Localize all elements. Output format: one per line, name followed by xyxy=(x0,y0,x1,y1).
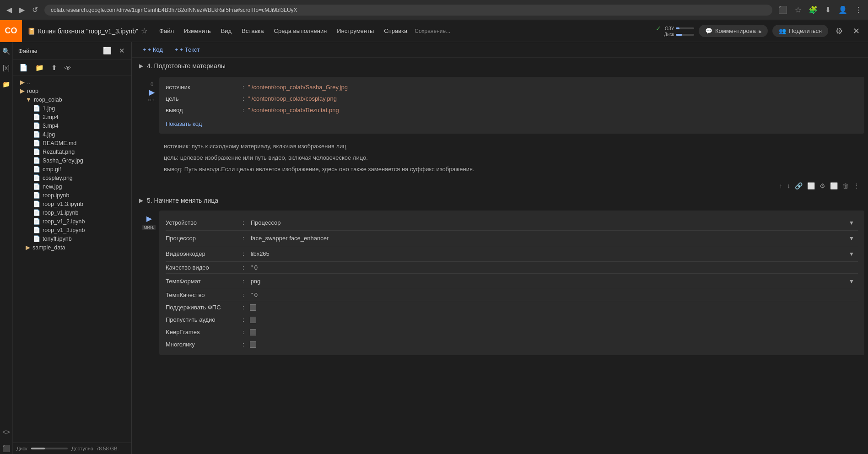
processor-colon: : xyxy=(243,235,244,242)
file-icon: 📄 xyxy=(33,122,40,129)
temp-format-dropdown-icon[interactable]: ▼ xyxy=(849,278,856,285)
back-button[interactable]: ◀ xyxy=(4,4,15,16)
list-item[interactable]: ▶ roop xyxy=(13,86,131,95)
reload-button[interactable]: ↺ xyxy=(29,4,41,16)
terminal-strip-icon[interactable]: ⬛ xyxy=(0,443,12,454)
upload-button[interactable]: ⬆ xyxy=(49,62,60,74)
sidebar-close-button[interactable]: ✕ xyxy=(116,45,128,57)
copy-icon[interactable]: ⬜ xyxy=(806,181,816,190)
many-faces-checkbox[interactable] xyxy=(250,341,256,348)
add-code-button[interactable]: + + Код xyxy=(139,45,167,54)
list-item[interactable]: 📄 README.md xyxy=(13,139,131,147)
new-folder-button[interactable]: 📁 xyxy=(32,62,47,74)
menu-insert[interactable]: Вставка xyxy=(237,25,268,37)
cast-icon[interactable]: ⬛ xyxy=(776,4,790,16)
encoder-value[interactable]: libx265 xyxy=(250,249,849,259)
download-icon[interactable]: ⬇ xyxy=(823,4,833,16)
list-item[interactable]: 📄 Sasha_Grey.jpg xyxy=(13,156,131,165)
list-item[interactable]: 📄 roop_v1.ipynb xyxy=(13,208,131,217)
comment-button[interactable]: 💬 Комментировать xyxy=(699,25,768,37)
extension-icon[interactable]: 🧩 xyxy=(806,4,820,16)
encoder-dropdown-icon[interactable]: ▼ xyxy=(849,251,856,257)
video-quality-value[interactable]: " 0 xyxy=(250,262,259,273)
browser-nav-buttons: ◀ ▶ ↺ xyxy=(4,4,41,16)
list-item[interactable]: 📄 roop_v1_2.ipynb xyxy=(13,217,131,226)
move-down-icon[interactable]: ↓ xyxy=(786,181,791,190)
notebook-area: + + Код + + Текст ▶ 4. Подготовьте матер… xyxy=(132,42,868,454)
file-label: 3.mp4 xyxy=(43,123,59,129)
list-item[interactable]: 📄 cmp.gif xyxy=(13,165,131,173)
disk-label: Диск xyxy=(16,446,27,451)
list-item[interactable]: ▶ sample_data xyxy=(13,243,131,252)
toc-strip-icon[interactable]: [x] xyxy=(1,62,11,73)
link-icon[interactable]: 🔗 xyxy=(794,181,803,190)
section4-expand-icon[interactable]: ▶ xyxy=(139,63,143,69)
share-label: Поделиться xyxy=(789,27,822,34)
bookmark-icon[interactable]: ☆ xyxy=(793,4,803,16)
temp-quality-value[interactable]: " 0 xyxy=(250,290,259,300)
run-cell5-button[interactable]: ▶ xyxy=(146,214,152,223)
menu-tools[interactable]: Инструменты xyxy=(332,25,378,37)
list-item[interactable]: 📄 cosplay.png xyxy=(13,173,131,182)
file-icon: 📄 xyxy=(33,218,40,225)
list-item[interactable]: ▶ .. xyxy=(13,78,131,86)
menu-icon[interactable]: ⋮ xyxy=(852,4,864,16)
menu-runtime[interactable]: Среда выполнения xyxy=(270,25,332,37)
fullscreen-icon[interactable]: ⬜ xyxy=(829,181,839,190)
address-bar[interactable] xyxy=(44,5,772,16)
temp-format-value[interactable]: png xyxy=(250,276,849,286)
list-item[interactable]: 📄 2.mp4 xyxy=(13,113,131,121)
device-dropdown-icon[interactable]: ▼ xyxy=(849,220,856,226)
close-button[interactable]: ✕ xyxy=(850,24,863,38)
list-item[interactable]: 📄 tonyff.ipynb xyxy=(13,234,131,243)
source-value[interactable]: " /content/roop_colab/Sasha_Grey.jpg xyxy=(248,84,348,91)
sidebar-collapse-button[interactable]: ⬜ xyxy=(100,45,114,57)
add-text-button[interactable]: + + Текст xyxy=(171,45,204,54)
new-file-button[interactable]: 📄 xyxy=(16,62,31,74)
list-item[interactable]: 📄 3.mp4 xyxy=(13,121,131,130)
section5-expand-icon[interactable]: ▶ xyxy=(139,197,143,204)
menu-view[interactable]: Вид xyxy=(216,25,237,37)
profile-icon[interactable]: 👤 xyxy=(836,4,850,16)
menu-file[interactable]: Файл xyxy=(155,25,178,37)
section4-title: 4. Подготовьте материалы xyxy=(147,62,226,70)
settings-button[interactable]: ⚙ xyxy=(833,24,846,38)
files-strip-icon[interactable]: 📁 xyxy=(0,79,12,90)
share-button[interactable]: 👥 Поделиться xyxy=(772,25,828,37)
search-strip-icon[interactable]: 🔍 xyxy=(0,46,12,57)
show-code-link[interactable]: Показать код xyxy=(166,119,202,129)
run-cell-button[interactable]: ▶ xyxy=(149,88,155,97)
list-item[interactable]: 📄 roop_v1.3.ipynb xyxy=(13,200,131,208)
list-item[interactable]: 📄 roop_v1_3.ipynb xyxy=(13,226,131,234)
star-icon[interactable]: ☆ xyxy=(141,27,147,35)
forward-button[interactable]: ▶ xyxy=(16,4,27,16)
file-label: sample_data xyxy=(32,244,65,251)
skip-audio-checkbox[interactable] xyxy=(250,317,256,323)
list-item[interactable]: ▼ roop_colab xyxy=(13,95,131,104)
list-item[interactable]: 📄 roop.ipynb xyxy=(13,191,131,200)
target-value[interactable]: " /content/roop_colab/cosplay.png xyxy=(248,95,337,102)
move-up-icon[interactable]: ↑ xyxy=(778,181,783,190)
more-icon[interactable]: ⋮ xyxy=(852,181,861,190)
list-item[interactable]: 📄 new.jpg xyxy=(13,182,131,191)
list-item[interactable]: 📄 Rezultat.png xyxy=(13,147,131,156)
menu-help[interactable]: Справка xyxy=(379,25,412,37)
section4-header[interactable]: ▶ 4. Подготовьте материалы xyxy=(132,58,868,74)
list-item[interactable]: 📄 1.jpg xyxy=(13,104,131,113)
output-value[interactable]: " /content/roop_colab/Rezultat.png xyxy=(248,107,339,114)
folder-icon: ▶ xyxy=(20,79,25,86)
menu-edit[interactable]: Изменить xyxy=(179,25,216,37)
device-value[interactable]: Процессор xyxy=(250,217,849,228)
code-strip-icon[interactable]: <> xyxy=(0,427,11,438)
settings-cell-icon[interactable]: ⚙ xyxy=(819,181,826,190)
keep-fps-checkbox[interactable] xyxy=(250,304,256,311)
delete-icon[interactable]: 🗑 xyxy=(841,181,850,190)
source-colon: : xyxy=(243,84,244,91)
list-item[interactable]: 📄 4.jpg xyxy=(13,130,131,139)
processor-value[interactable]: face_swapper face_enhancer xyxy=(250,233,849,243)
file-icon: 📄 xyxy=(33,105,40,112)
section5-header[interactable]: ▶ 5. Начните менять лица xyxy=(132,192,868,209)
keep-frames-checkbox[interactable] xyxy=(250,329,256,335)
refresh-button[interactable]: 👁 xyxy=(62,62,74,74)
processor-dropdown-icon[interactable]: ▼ xyxy=(849,235,856,242)
